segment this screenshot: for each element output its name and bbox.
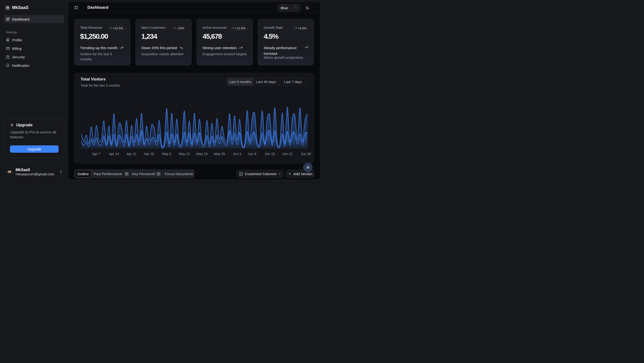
svg-text:Jun 8: Jun 8 (248, 152, 256, 156)
svg-text:Jun 2: Jun 2 (233, 152, 241, 156)
svg-text:Apr 14: Apr 14 (109, 152, 119, 156)
svg-text:Apr 28: Apr 28 (144, 152, 154, 156)
svg-text:Jun 30: Jun 30 (301, 152, 311, 156)
svg-text:Jun 15: Jun 15 (264, 152, 275, 156)
svg-text:May 19: May 19 (196, 152, 208, 156)
svg-text:May 12: May 12 (178, 152, 190, 156)
svg-text:May 5: May 5 (162, 152, 172, 156)
svg-text:Apr 21: Apr 21 (126, 152, 136, 156)
svg-text:May 26: May 26 (214, 152, 225, 156)
svg-text:Jun 22: Jun 22 (282, 152, 293, 156)
svg-text:Apr 7: Apr 7 (92, 152, 100, 156)
